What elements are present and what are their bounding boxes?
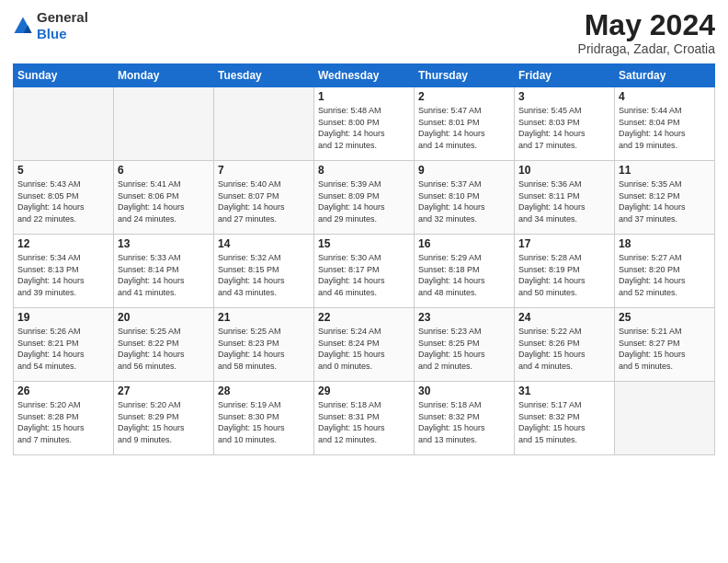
day-info: Sunrise: 5:48 AM Sunset: 8:00 PM Dayligh… [318, 105, 410, 151]
day-info: Sunrise: 5:29 AM Sunset: 8:18 PM Dayligh… [418, 252, 510, 298]
day-number: 8 [318, 164, 410, 177]
table-row: 3Sunrise: 5:45 AM Sunset: 8:03 PM Daylig… [515, 87, 615, 161]
calendar: Sunday Monday Tuesday Wednesday Thursday… [13, 63, 715, 455]
day-number: 28 [218, 385, 310, 397]
table-row: 24Sunrise: 5:22 AM Sunset: 8:26 PM Dayli… [515, 308, 615, 382]
table-row: 10Sunrise: 5:36 AM Sunset: 8:11 PM Dayli… [515, 161, 615, 235]
day-number: 13 [118, 237, 210, 250]
day-info: Sunrise: 5:17 AM Sunset: 8:32 PM Dayligh… [518, 399, 610, 445]
col-sunday: Sunday [14, 64, 114, 87]
table-row: 21Sunrise: 5:25 AM Sunset: 8:23 PM Dayli… [214, 308, 314, 382]
day-number: 1 [318, 90, 410, 103]
day-number: 11 [619, 164, 711, 177]
table-row: 13Sunrise: 5:33 AM Sunset: 8:14 PM Dayli… [114, 235, 214, 308]
day-number: 16 [418, 237, 510, 250]
col-monday: Monday [114, 64, 214, 87]
table-row: 16Sunrise: 5:29 AM Sunset: 8:18 PM Dayli… [415, 235, 515, 308]
day-info: Sunrise: 5:32 AM Sunset: 8:15 PM Dayligh… [218, 252, 310, 298]
day-info: Sunrise: 5:37 AM Sunset: 8:10 PM Dayligh… [418, 178, 510, 224]
day-number: 27 [118, 385, 210, 397]
table-row [214, 87, 314, 161]
day-number: 4 [619, 90, 711, 103]
calendar-week-4: 19Sunrise: 5:26 AM Sunset: 8:21 PM Dayli… [14, 308, 715, 382]
day-info: Sunrise: 5:45 AM Sunset: 8:03 PM Dayligh… [518, 105, 610, 151]
table-row: 25Sunrise: 5:21 AM Sunset: 8:27 PM Dayli… [615, 308, 715, 382]
table-row [615, 382, 715, 455]
table-row: 4Sunrise: 5:44 AM Sunset: 8:04 PM Daylig… [615, 87, 715, 161]
table-row: 23Sunrise: 5:23 AM Sunset: 8:25 PM Dayli… [415, 308, 515, 382]
day-info: Sunrise: 5:35 AM Sunset: 8:12 PM Dayligh… [619, 178, 711, 224]
table-row: 20Sunrise: 5:25 AM Sunset: 8:22 PM Dayli… [114, 308, 214, 382]
day-info: Sunrise: 5:30 AM Sunset: 8:17 PM Dayligh… [318, 252, 410, 298]
day-number: 15 [318, 237, 410, 250]
day-info: Sunrise: 5:25 AM Sunset: 8:23 PM Dayligh… [218, 326, 310, 372]
calendar-header-row: Sunday Monday Tuesday Wednesday Thursday… [14, 64, 715, 87]
day-number: 12 [17, 237, 109, 250]
day-info: Sunrise: 5:44 AM Sunset: 8:04 PM Dayligh… [619, 105, 711, 151]
calendar-week-1: 1Sunrise: 5:48 AM Sunset: 8:00 PM Daylig… [14, 87, 715, 161]
col-friday: Friday [515, 64, 615, 87]
page: General Blue May 2024 Pridraga, Zadar, C… [0, 0, 728, 563]
day-number: 14 [218, 237, 310, 250]
col-thursday: Thursday [415, 64, 515, 87]
day-info: Sunrise: 5:33 AM Sunset: 8:14 PM Dayligh… [118, 252, 210, 298]
table-row: 8Sunrise: 5:39 AM Sunset: 8:09 PM Daylig… [314, 161, 415, 235]
table-row: 11Sunrise: 5:35 AM Sunset: 8:12 PM Dayli… [615, 161, 715, 235]
day-info: Sunrise: 5:41 AM Sunset: 8:06 PM Dayligh… [118, 178, 210, 224]
table-row [114, 87, 214, 161]
table-row: 6Sunrise: 5:41 AM Sunset: 8:06 PM Daylig… [114, 161, 214, 235]
day-info: Sunrise: 5:28 AM Sunset: 8:19 PM Dayligh… [518, 252, 610, 298]
day-number: 20 [118, 311, 210, 324]
calendar-week-3: 12Sunrise: 5:34 AM Sunset: 8:13 PM Dayli… [14, 235, 715, 308]
day-number: 24 [518, 311, 610, 324]
table-row: 5Sunrise: 5:43 AM Sunset: 8:05 PM Daylig… [14, 161, 114, 235]
calendar-week-5: 26Sunrise: 5:20 AM Sunset: 8:28 PM Dayli… [14, 382, 715, 455]
table-row: 27Sunrise: 5:20 AM Sunset: 8:29 PM Dayli… [114, 382, 214, 455]
day-info: Sunrise: 5:47 AM Sunset: 8:01 PM Dayligh… [418, 105, 510, 151]
day-number: 26 [17, 385, 109, 397]
table-row: 28Sunrise: 5:19 AM Sunset: 8:30 PM Dayli… [214, 382, 314, 455]
day-info: Sunrise: 5:21 AM Sunset: 8:27 PM Dayligh… [619, 326, 711, 372]
day-info: Sunrise: 5:19 AM Sunset: 8:30 PM Dayligh… [218, 399, 310, 445]
day-number: 19 [17, 311, 109, 324]
day-info: Sunrise: 5:40 AM Sunset: 8:07 PM Dayligh… [218, 178, 310, 224]
day-number: 21 [218, 311, 310, 324]
table-row: 15Sunrise: 5:30 AM Sunset: 8:17 PM Dayli… [314, 235, 415, 308]
table-row: 14Sunrise: 5:32 AM Sunset: 8:15 PM Dayli… [214, 235, 314, 308]
title-section: May 2024 Pridraga, Zadar, Croatia [578, 9, 715, 56]
header: General Blue May 2024 Pridraga, Zadar, C… [13, 9, 715, 56]
location: Pridraga, Zadar, Croatia [578, 41, 715, 56]
day-info: Sunrise: 5:34 AM Sunset: 8:13 PM Dayligh… [17, 252, 109, 298]
table-row: 2Sunrise: 5:47 AM Sunset: 8:01 PM Daylig… [415, 87, 515, 161]
day-number: 17 [518, 237, 610, 250]
col-saturday: Saturday [615, 64, 715, 87]
day-info: Sunrise: 5:20 AM Sunset: 8:29 PM Dayligh… [118, 399, 210, 445]
calendar-week-2: 5Sunrise: 5:43 AM Sunset: 8:05 PM Daylig… [14, 161, 715, 235]
logo: General Blue [13, 9, 88, 42]
day-info: Sunrise: 5:23 AM Sunset: 8:25 PM Dayligh… [418, 326, 510, 372]
logo-blue: Blue [37, 26, 67, 41]
table-row: 18Sunrise: 5:27 AM Sunset: 8:20 PM Dayli… [615, 235, 715, 308]
day-number: 5 [17, 164, 109, 177]
month-title: May 2024 [578, 9, 715, 41]
day-number: 18 [619, 237, 711, 250]
table-row: 17Sunrise: 5:28 AM Sunset: 8:19 PM Dayli… [515, 235, 615, 308]
day-number: 10 [518, 164, 610, 177]
day-number: 6 [118, 164, 210, 177]
day-info: Sunrise: 5:20 AM Sunset: 8:28 PM Dayligh… [17, 399, 109, 445]
table-row: 31Sunrise: 5:17 AM Sunset: 8:32 PM Dayli… [515, 382, 615, 455]
table-row [14, 87, 114, 161]
day-info: Sunrise: 5:39 AM Sunset: 8:09 PM Dayligh… [318, 178, 410, 224]
day-info: Sunrise: 5:22 AM Sunset: 8:26 PM Dayligh… [518, 326, 610, 372]
table-row: 30Sunrise: 5:18 AM Sunset: 8:32 PM Dayli… [415, 382, 515, 455]
day-number: 2 [418, 90, 510, 103]
day-info: Sunrise: 5:26 AM Sunset: 8:21 PM Dayligh… [17, 326, 109, 372]
logo-icon [13, 16, 33, 36]
table-row: 9Sunrise: 5:37 AM Sunset: 8:10 PM Daylig… [415, 161, 515, 235]
table-row: 19Sunrise: 5:26 AM Sunset: 8:21 PM Dayli… [14, 308, 114, 382]
day-number: 22 [318, 311, 410, 324]
day-number: 29 [318, 385, 410, 397]
table-row: 7Sunrise: 5:40 AM Sunset: 8:07 PM Daylig… [214, 161, 314, 235]
table-row: 1Sunrise: 5:48 AM Sunset: 8:00 PM Daylig… [314, 87, 415, 161]
table-row: 22Sunrise: 5:24 AM Sunset: 8:24 PM Dayli… [314, 308, 415, 382]
